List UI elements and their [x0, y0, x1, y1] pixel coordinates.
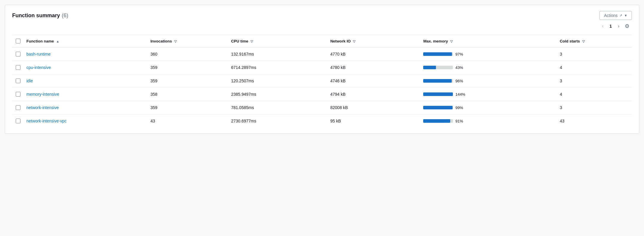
header-cpu-time[interactable]: CPU time ▽ — [229, 35, 328, 47]
invocations-cell: 359 — [148, 61, 229, 74]
memory-percent-label: 144% — [455, 92, 466, 97]
cpu-time-cell: 781.0585ms — [229, 101, 328, 114]
row-checkbox[interactable] — [16, 65, 20, 70]
sort-desc-icon: ▽ — [174, 40, 177, 43]
panel-title: Function summary — [12, 12, 60, 19]
memory-bar-fill — [423, 66, 436, 69]
max-memory-cell: 96% — [421, 74, 557, 88]
cpu-time-cell: 2730.6977ms — [229, 114, 328, 128]
row-checkbox[interactable] — [16, 119, 20, 123]
sort-desc-icon: ▽ — [250, 40, 253, 43]
panel-count: (6) — [62, 12, 68, 19]
pagination-row: ‹ 1 › ⚙ — [12, 22, 632, 30]
invocations-cell: 360 — [148, 47, 229, 61]
memory-percent-label: 96% — [455, 79, 466, 83]
network-io-cell: 4770 kB — [328, 47, 421, 61]
memory-bar-wrap: 97% — [423, 52, 555, 56]
memory-bar-bg — [423, 92, 453, 96]
function-name-link[interactable]: network-intensive — [26, 105, 59, 110]
function-name-link[interactable]: bash-runtime — [26, 52, 51, 56]
invocations-cell: 359 — [148, 74, 229, 88]
current-page: 1 — [608, 24, 614, 29]
table-row: memory-intensive3582385.9497ms4794 kB 14… — [12, 88, 632, 101]
network-io-cell: 95 kB — [328, 114, 421, 128]
memory-bar-wrap: 99% — [423, 106, 555, 110]
table-row: network-intensive359781.0585ms82008 kB 9… — [12, 101, 632, 114]
function-summary-panel: Function summary (6) Actions ↗ ▼ ‹ 1 › ⚙… — [5, 5, 639, 134]
external-link-icon: ↗ — [619, 13, 622, 18]
table-row: cpu-intensive3596714.2897ms4780 kB 43% 4 — [12, 61, 632, 74]
invocations-cell: 43 — [148, 114, 229, 128]
cold-starts-cell: 4 — [557, 61, 632, 74]
max-memory-cell: 144% — [421, 88, 557, 101]
invocations-cell: 358 — [148, 88, 229, 101]
cold-starts-cell: 3 — [557, 74, 632, 88]
title-group: Function summary (6) — [12, 12, 68, 19]
sort-desc-icon: ▽ — [450, 40, 453, 43]
memory-bar-bg — [423, 79, 453, 83]
memory-percent-label: 43% — [455, 65, 466, 70]
max-memory-cell: 43% — [421, 61, 557, 74]
cpu-time-cell: 120.2507ms — [229, 74, 328, 88]
network-io-cell: 4780 kB — [328, 61, 421, 74]
memory-bar-bg — [423, 119, 453, 123]
memory-bar-fill — [423, 106, 453, 109]
table-row: bash-runtime360132.9167ms4770 kB 97% 3 — [12, 47, 632, 61]
network-io-cell: 4746 kB — [328, 74, 421, 88]
table-row: network-intensive-vpc432730.6977ms95 kB … — [12, 114, 632, 128]
network-io-cell: 4794 kB — [328, 88, 421, 101]
cold-starts-cell: 3 — [557, 101, 632, 114]
row-checkbox[interactable] — [16, 105, 20, 110]
header-network-io[interactable]: Network IO ▽ — [328, 35, 421, 47]
function-name-cell: bash-runtime — [24, 47, 148, 61]
memory-bar-wrap: 96% — [423, 79, 555, 83]
select-all-checkbox[interactable] — [16, 39, 20, 43]
actions-label: Actions — [604, 13, 618, 18]
sort-desc-icon: ▽ — [582, 40, 585, 43]
function-name-cell: network-intensive-vpc — [24, 114, 148, 128]
header-cold-starts[interactable]: Cold starts ▽ — [557, 35, 632, 47]
max-memory-cell: 97% — [421, 47, 557, 61]
header-max-memory[interactable]: Max. memory ▽ — [421, 35, 557, 47]
memory-bar-bg — [423, 52, 453, 56]
row-checkbox[interactable] — [16, 92, 20, 97]
max-memory-cell: 99% — [421, 101, 557, 114]
invocations-cell: 359 — [148, 101, 229, 114]
function-name-cell: idle — [24, 74, 148, 88]
memory-bar-wrap: 91% — [423, 119, 555, 123]
cpu-time-cell: 132.9167ms — [229, 47, 328, 61]
next-page-button[interactable]: › — [616, 23, 621, 29]
function-name-cell: cpu-intensive — [24, 61, 148, 74]
function-name-link[interactable]: memory-intensive — [26, 92, 59, 97]
header-function-name[interactable]: Function name ▲ — [24, 35, 148, 47]
cold-starts-cell: 4 — [557, 88, 632, 101]
memory-percent-label: 97% — [455, 52, 466, 56]
chevron-down-icon: ▼ — [624, 14, 627, 17]
cpu-time-cell: 6714.2897ms — [229, 61, 328, 74]
cold-starts-cell: 3 — [557, 47, 632, 61]
function-name-cell: network-intensive — [24, 101, 148, 114]
row-checkbox[interactable] — [16, 52, 20, 56]
memory-bar-wrap: 43% — [423, 65, 555, 70]
header-checkbox-col — [12, 35, 24, 47]
max-memory-cell: 91% — [421, 114, 557, 128]
row-checkbox[interactable] — [16, 78, 20, 83]
cold-starts-cell: 43 — [557, 114, 632, 128]
function-name-cell: memory-intensive — [24, 88, 148, 101]
table-settings-button[interactable]: ⚙ — [624, 22, 631, 30]
actions-button[interactable]: Actions ↗ ▼ — [599, 11, 632, 20]
prev-page-button[interactable]: ‹ — [600, 23, 605, 29]
network-io-cell: 82008 kB — [328, 101, 421, 114]
memory-bar-fill — [423, 92, 453, 96]
memory-bar-fill — [423, 52, 452, 56]
memory-percent-label: 91% — [455, 119, 466, 123]
memory-bar-bg — [423, 106, 453, 109]
memory-percent-label: 99% — [455, 106, 466, 110]
function-name-link[interactable]: network-intensive-vpc — [26, 119, 66, 123]
function-name-link[interactable]: idle — [26, 78, 33, 83]
memory-bar-fill — [423, 79, 452, 83]
table-header-row: Function name ▲ Invocations ▽ CPU time ▽… — [12, 35, 632, 47]
memory-bar-bg — [423, 66, 453, 69]
function-name-link[interactable]: cpu-intensive — [26, 65, 51, 70]
header-invocations[interactable]: Invocations ▽ — [148, 35, 229, 47]
